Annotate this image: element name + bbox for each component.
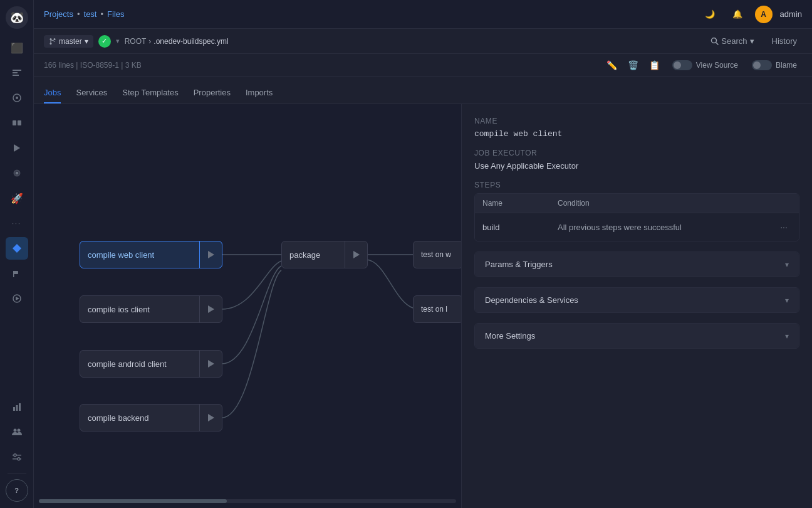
branch-name: master (59, 37, 82, 46)
sidebar-item-sliders[interactable] (6, 446, 28, 468)
breadcrumb-sep2: • (101, 9, 104, 19)
tab-imports[interactable]: Imports (246, 82, 273, 103)
branch-selector[interactable]: master ▾ (44, 35, 93, 48)
run-icon (208, 251, 214, 258)
dependencies-services-accordion: Dependencies & Services ▾ (474, 287, 799, 313)
breadcrumb-files[interactable]: Files (107, 9, 124, 19)
edit-btn[interactable]: ✏️ (603, 56, 621, 74)
more-settings-accordion: More Settings ▾ (474, 323, 799, 349)
info-bar: 166 lines | ISO-8859-1 | 3 KB ✏️ 🗑️ 📋 Vi… (34, 54, 812, 77)
job-node-compile-android-client[interactable]: compile android client (80, 350, 222, 378)
svg-point-17 (18, 458, 20, 460)
branch-chevron: ▾ (85, 37, 88, 46)
svg-marker-24 (208, 360, 214, 368)
tab-properties[interactable]: Properties (194, 82, 231, 103)
job-node-compile-backend[interactable]: compile backend (80, 404, 222, 431)
svg-point-16 (14, 454, 16, 457)
sidebar-item-settings[interactable] (6, 162, 28, 184)
job-run-compile-ios-client[interactable] (199, 295, 222, 323)
main-content: Projects • test • Files 🌙 🔔 A admin mast… (34, 0, 812, 508)
path-root[interactable]: ROOT (125, 37, 147, 46)
job-run-package[interactable] (345, 241, 367, 268)
more-settings-chevron: ▾ (785, 332, 789, 341)
notifications-btn[interactable]: 🔔 (727, 7, 747, 21)
sidebar-item-issues[interactable] (6, 87, 28, 109)
job-run-compile-backend[interactable] (199, 404, 222, 431)
sidebar: 🐼 ⬛ 🚀 ··· ? (0, 0, 34, 508)
blame-label: Blame (776, 61, 797, 70)
col-condition: Condition (558, 199, 791, 208)
copy-btn[interactable]: 📋 (646, 56, 664, 74)
moon-icon: 🌙 (705, 9, 715, 19)
step-more-btn[interactable]: ··· (776, 220, 791, 235)
blame-toggle: Blame (747, 60, 802, 70)
delete-btn[interactable]: 🗑️ (625, 56, 642, 74)
job-run-compile-android-client[interactable] (199, 350, 222, 378)
steps-row-build[interactable]: build All previous steps were successful… (475, 213, 799, 241)
search-btn[interactable]: Search ▾ (705, 34, 759, 48)
sidebar-item-play2[interactable] (6, 287, 28, 310)
panel-name-label: Name (474, 117, 799, 125)
sidebar-item-panel[interactable]: ⬛ (6, 36, 28, 59)
breadcrumb-sep1: • (77, 9, 80, 19)
history-btn[interactable]: History (767, 34, 802, 48)
sidebar-item-flag[interactable] (6, 262, 28, 285)
svg-rect-12 (16, 405, 18, 411)
sidebar-item-code[interactable] (6, 61, 28, 84)
job-node-compile-web-client[interactable]: compile web client (80, 241, 222, 268)
params-triggers-header[interactable]: Params & Triggers ▾ (475, 252, 799, 277)
steps-table-header: Name Condition (475, 194, 799, 213)
job-node-package[interactable]: package (281, 241, 368, 268)
sidebar-item-diamond[interactable] (6, 237, 28, 260)
avatar: A (755, 6, 773, 23)
sidebar-item-dots[interactable]: ··· (6, 212, 28, 235)
run-icon (208, 305, 214, 313)
breadcrumb-projects[interactable]: Projects (44, 9, 73, 19)
job-label-test-on-w: test on w (414, 250, 461, 259)
sidebar-item-deploy[interactable] (6, 137, 28, 159)
sidebar-item-builds[interactable] (6, 112, 28, 134)
svg-marker-23 (208, 305, 214, 313)
blame-switch[interactable] (752, 60, 772, 70)
panel-name-value: compile web client (474, 129, 799, 139)
breadcrumb: Projects • test • Files (44, 9, 125, 19)
step-condition-build: All previous steps were successful (558, 223, 776, 232)
svg-point-21 (712, 38, 717, 43)
sidebar-item-group[interactable] (6, 421, 28, 443)
tabs-bar: Jobs Services Step Templates Properties … (34, 77, 812, 104)
sidebar-item-help[interactable]: ? (6, 479, 28, 502)
view-source-switch[interactable] (672, 60, 692, 70)
params-triggers-label: Params & Triggers (485, 260, 553, 269)
svg-point-20 (54, 38, 56, 40)
split-view: compile web client compile ios client co… (34, 104, 812, 508)
job-canvas[interactable]: compile web client compile ios client co… (34, 104, 461, 508)
canvas-scrollbar[interactable] (39, 499, 456, 503)
dependencies-services-header[interactable]: Dependencies & Services ▾ (475, 288, 799, 312)
sidebar-item-rocket[interactable]: 🚀 (6, 187, 28, 209)
tab-jobs[interactable]: Jobs (44, 82, 61, 103)
params-triggers-accordion: Params & Triggers ▾ (474, 251, 799, 277)
panel-steps-section: Steps Name Condition build All previous … (474, 181, 799, 241)
job-node-compile-ios-client[interactable]: compile ios client (80, 295, 222, 323)
branch-icon (49, 38, 56, 45)
tab-step-templates[interactable]: Step Templates (122, 82, 178, 103)
step-name-build: build (482, 223, 558, 232)
build-status[interactable]: ✓ (98, 35, 111, 48)
content-area: Jobs Services Step Templates Properties … (34, 77, 812, 508)
dependencies-services-chevron: ▾ (785, 296, 789, 305)
file-bar: master ▾ ✓ ▾ ROOT › .onedev-buildspec.ym… (34, 29, 812, 54)
tab-services[interactable]: Services (76, 82, 107, 103)
search-icon (710, 37, 719, 45)
breadcrumb-test[interactable]: test (84, 9, 97, 19)
svg-rect-2 (13, 120, 16, 125)
app-logo[interactable]: 🐼 (6, 6, 28, 29)
topbar-right: 🌙 🔔 A admin (700, 6, 802, 23)
job-label-compile-backend: compile backend (80, 413, 199, 423)
sidebar-item-chart[interactable] (6, 396, 28, 418)
theme-toggle[interactable]: 🌙 (700, 7, 720, 21)
job-node-test-on-w[interactable]: test on w (413, 241, 461, 268)
job-run-compile-web-client[interactable] (199, 241, 222, 268)
svg-marker-22 (208, 251, 214, 258)
more-settings-header[interactable]: More Settings ▾ (475, 324, 799, 348)
job-node-test-on-l[interactable]: test on l (413, 295, 461, 323)
